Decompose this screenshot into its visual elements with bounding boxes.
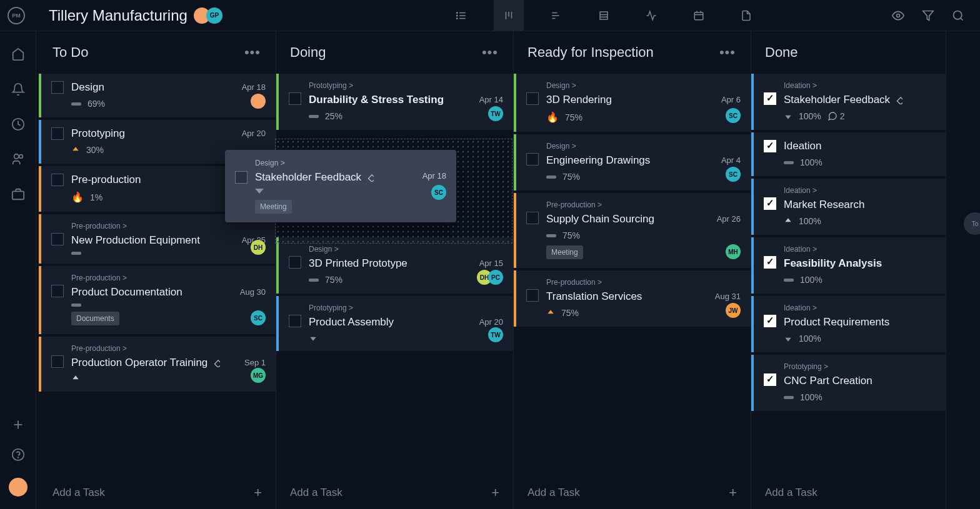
task-checkbox[interactable] [51,233,64,245]
project-title: Tillery Manufacturing [49,7,188,24]
add-task-button[interactable]: Add a Task [751,477,946,509]
assignee-avatar[interactable]: TW [488,327,503,342]
portfolio-icon[interactable] [11,187,25,201]
task-category: Ideation [784,186,936,195]
member-avatar[interactable]: GP [206,7,222,24]
task-name: Supply Chain Sourcing [546,213,741,225]
task-checkbox[interactable] [764,197,776,210]
task-checkbox[interactable] [51,174,64,186]
visibility-icon[interactable] [886,0,910,31]
task-checkbox[interactable] [764,315,776,327]
team-icon[interactable] [11,152,25,166]
task-checkbox[interactable] [51,355,64,368]
column-menu-icon[interactable]: ••• [244,44,261,61]
task-card[interactable]: Ideation 100% [751,132,946,176]
task-checkbox[interactable] [526,289,539,302]
assignee-avatar[interactable]: JW [726,303,741,318]
activity-view-icon[interactable] [636,0,666,31]
task-card[interactable]: Prototyping Product Assembly Apr 20 TW [276,296,513,351]
priority-low-icon [784,112,792,121]
task-card[interactable]: Pre-production Product Documentation Aug… [39,266,276,334]
column-header: Doing ••• [276,31,513,74]
task-checkbox[interactable] [764,256,776,269]
board-column: Doing ••• Prototyping Durability & Stres… [276,31,514,509]
gantt-view-icon[interactable] [541,0,571,31]
task-meta: 100% [784,216,936,226]
notifications-icon[interactable] [11,82,25,96]
svg-marker-20 [923,11,934,20]
task-checkbox[interactable] [526,153,539,166]
task-checkbox[interactable] [764,140,776,152]
assignee-avatar[interactable]: SC [251,310,266,325]
task-checkbox[interactable] [764,92,776,105]
task-category: Pre-production [71,222,266,230]
task-card[interactable]: Design 3D Rendering Apr 6 🔥 75% SC [514,74,751,132]
assignee-avatar[interactable]: DH [251,240,266,255]
task-card[interactable]: Ideation Feasibility Analysis 100% [751,237,946,294]
assignee-avatar[interactable]: SC [726,167,741,182]
task-date: Apr 4 [721,156,741,165]
profile-avatar[interactable] [9,478,28,497]
dragging-card[interactable]: Design Stakeholder Feedback Apr 18 SC Me… [225,150,456,222]
task-checkbox[interactable] [526,92,539,105]
task-card[interactable]: Pre-production Translation Services Aug … [514,270,751,327]
task-category: Ideation [784,304,936,312]
task-card[interactable]: Ideation Product Requirements 100% [751,296,946,352]
task-category: Pre-production [546,200,741,209]
assignee-avatar[interactable]: TW [488,106,503,121]
task-card[interactable]: Prototyping CNC Part Creation 100% [751,355,946,411]
task-checkbox[interactable] [526,212,539,224]
assignee-avatar[interactable]: MH [726,244,741,259]
assignee-avatar[interactable] [251,94,266,109]
task-name: Product Requirements [784,316,936,329]
priority-low-icon [255,189,264,194]
help-icon[interactable] [11,448,25,462]
column-menu-icon[interactable]: ••• [719,44,736,61]
column-cards: Design Apr 18 69% Prototyping Apr 20 30% [39,74,276,477]
sheet-view-icon[interactable] [589,0,619,31]
task-checkbox[interactable] [51,81,64,94]
task-card[interactable]: Design Apr 18 69% [39,74,276,117]
board-view-icon[interactable] [494,0,524,31]
add-task-button[interactable]: Add a Task + [514,477,751,509]
task-checkbox[interactable] [289,256,301,269]
task-card[interactable]: Design 3D Printed Prototype Apr 15 75% D… [276,237,513,294]
column-menu-icon[interactable]: ••• [482,44,498,61]
task-card[interactable]: Pre-production Production Operator Train… [39,337,276,392]
calendar-view-icon[interactable] [684,0,714,31]
task-progress: 75% [561,308,579,318]
task-checkbox[interactable] [289,315,301,327]
task-checkbox[interactable] [764,373,776,386]
task-card[interactable]: Pre-production Supply Chain Sourcing Apr… [514,193,751,268]
add-icon[interactable] [11,418,25,432]
task-card[interactable]: Prototyping Durability & Stress Testing … [276,74,513,130]
task-checkbox[interactable] [51,285,64,297]
task-card[interactable]: Ideation Market Research 100% [751,179,946,235]
task-checkbox[interactable] [289,92,301,105]
recent-icon[interactable] [11,117,25,131]
svg-point-4 [457,15,458,16]
list-view-icon[interactable] [446,0,476,31]
assignee-avatar[interactable]: MG [251,368,266,383]
task-progress: 100% [800,157,822,167]
project-members[interactable]: GP [198,7,222,24]
assignee-avatar[interactable]: SC [431,185,446,200]
task-card[interactable]: Ideation Stakeholder Feedback 100% 2 [751,74,946,130]
app-logo[interactable]: PM [8,7,25,24]
comments-count[interactable]: 2 [828,111,845,121]
left-sidebar [0,31,36,509]
milestone-icon [894,96,902,104]
task-checkbox[interactable] [235,171,248,184]
task-name-text: Supply Chain Sourcing [546,213,654,225]
add-task-button[interactable]: Add a Task + [39,477,276,509]
task-card[interactable]: Design Engineering Drawings Apr 4 75% SC [514,134,751,190]
task-checkbox[interactable] [51,127,64,140]
files-view-icon[interactable] [731,0,761,31]
add-task-button[interactable]: Add a Task + [276,477,513,509]
filter-icon[interactable] [916,0,940,31]
assignee-avatar[interactable]: SC [726,108,741,123]
assignee-avatar[interactable]: PC [488,270,503,285]
search-icon[interactable] [946,0,970,31]
task-assignees: TW [492,106,503,121]
home-icon[interactable] [11,47,25,61]
